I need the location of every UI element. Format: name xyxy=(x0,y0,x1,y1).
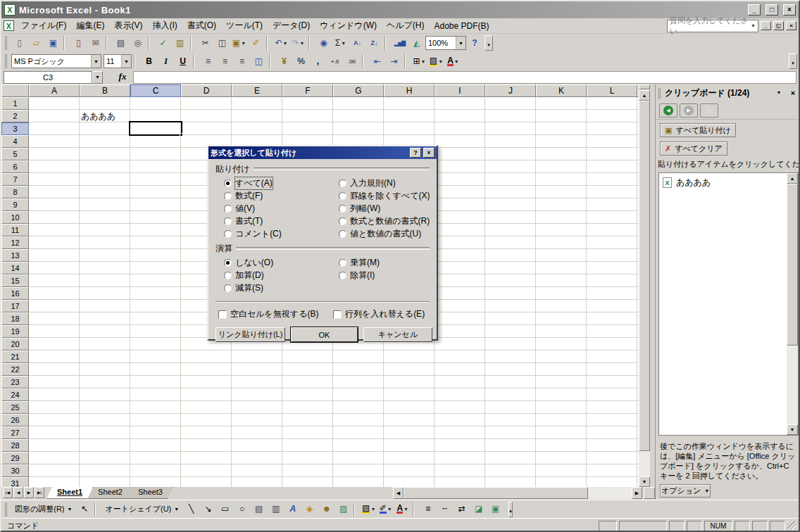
autosum-icon[interactable]: Σ ▼ xyxy=(332,35,349,51)
rectangle-icon[interactable]: ▭ xyxy=(217,502,233,517)
scroll-right-icon[interactable]: ▶ xyxy=(632,487,642,499)
sort-descending-icon[interactable]: Z↓ xyxy=(366,35,382,51)
column-widths-radio[interactable]: 列幅(W) xyxy=(339,202,430,215)
row-header-29[interactable]: 29 xyxy=(1,452,29,464)
radio-icon[interactable] xyxy=(339,179,346,187)
fill-handle[interactable] xyxy=(180,133,183,137)
workbook-close-button[interactable]: × xyxy=(786,21,796,30)
increase-indent-icon[interactable]: ⇥ xyxy=(386,53,402,69)
row-header-7[interactable]: 7 xyxy=(1,173,29,186)
list-scroll-thumb[interactable] xyxy=(787,184,798,346)
forward-button[interactable]: ▶ xyxy=(680,103,698,118)
prev-sheet-button[interactable]: ◀ xyxy=(13,487,23,498)
row-header-16[interactable]: 16 xyxy=(1,287,29,300)
row-header-15[interactable]: 15 xyxy=(1,274,29,287)
col-header-L[interactable]: L xyxy=(587,84,637,97)
radio-icon[interactable] xyxy=(339,230,346,238)
row-header-30[interactable]: 30 xyxy=(1,464,29,477)
drawing-icon[interactable]: ◭ xyxy=(408,35,425,51)
scroll-up-icon[interactable]: ▲ xyxy=(639,90,650,101)
menu-data[interactable]: データ(D) xyxy=(268,18,315,34)
menu-window[interactable]: ウィンドウ(W) xyxy=(315,18,382,34)
row-header-20[interactable]: 20 xyxy=(1,338,29,350)
zoom-combo[interactable]: 100% ▼ xyxy=(425,36,466,50)
shadow-style-icon[interactable]: ◪ xyxy=(470,502,487,517)
row-header-4[interactable]: 4 xyxy=(1,135,29,148)
bold-icon[interactable]: B xyxy=(141,53,157,69)
row-header-18[interactable]: 18 xyxy=(1,312,29,325)
merge-center-icon[interactable]: ◫ xyxy=(251,53,267,69)
row-header-1[interactable]: 1 xyxy=(1,97,29,110)
col-header-H[interactable]: H xyxy=(384,84,435,97)
operation-none-radio[interactable]: しない(O) xyxy=(224,256,339,269)
row-header-17[interactable]: 17 xyxy=(1,300,29,312)
menu-view[interactable]: 表示(V) xyxy=(109,18,147,34)
col-header-I[interactable]: I xyxy=(435,84,485,97)
line-style-icon[interactable]: ≡ xyxy=(420,502,436,517)
chevron-down-icon[interactable]: ▼ xyxy=(456,37,465,49)
list-scrollbar[interactable]: ▲ ▼ xyxy=(787,173,798,435)
row-header-22[interactable]: 22 xyxy=(1,363,29,376)
row-header-12[interactable]: 12 xyxy=(1,236,29,249)
align-left-icon[interactable]: ≡ xyxy=(200,53,216,69)
radio-icon[interactable] xyxy=(224,259,232,267)
save-icon[interactable]: ▣ xyxy=(45,35,61,51)
question-input[interactable]: 質問を入力してください ▼ xyxy=(667,20,758,32)
shape-line-color-icon[interactable]: ✐ ▼ xyxy=(377,502,394,517)
row-header-8[interactable]: 8 xyxy=(1,186,29,198)
row-header-28[interactable]: 28 xyxy=(1,439,29,452)
dialog-title-bar[interactable]: 形式を選択して貼り付け ? × xyxy=(208,146,437,159)
resize-grip[interactable] xyxy=(787,521,796,531)
toolbar-options-icon[interactable]: ▾ xyxy=(508,502,513,517)
align-center-icon[interactable]: ≡ xyxy=(217,53,233,69)
radio-icon[interactable] xyxy=(339,205,346,213)
dialog-close-icon[interactable]: × xyxy=(423,148,435,158)
workbook-minimize-button[interactable]: _ xyxy=(761,21,771,30)
row-header-27[interactable]: 27 xyxy=(1,426,29,439)
radio-icon[interactable] xyxy=(224,272,232,279)
dash-style-icon[interactable]: ╌ xyxy=(437,502,453,517)
print-icon[interactable]: ▤ xyxy=(113,35,129,51)
vertical-scroll-track[interactable] xyxy=(639,451,650,476)
arrow-icon[interactable]: ↘ xyxy=(200,502,216,517)
tab-sheet1[interactable]: Sheet1 xyxy=(46,487,93,499)
help-icon[interactable]: ? xyxy=(467,35,482,51)
radio-icon[interactable] xyxy=(224,230,232,238)
checkbox-icon[interactable] xyxy=(333,310,342,319)
home-button[interactable]: ⌂ xyxy=(700,103,718,118)
row-header-21[interactable]: 21 xyxy=(1,350,29,363)
name-box[interactable]: C3 xyxy=(4,71,92,84)
menu-help[interactable]: ヘルプ(H) xyxy=(382,18,430,34)
menu-adobe-pdf[interactable]: Adobe PDF(B) xyxy=(429,19,494,33)
shape-fill-color-icon[interactable]: ▧ ▼ xyxy=(361,502,377,517)
format-painter-icon[interactable]: ✐ xyxy=(248,35,264,51)
validation-radio[interactable]: 入力規則(N) xyxy=(339,177,430,189)
radio-icon[interactable] xyxy=(339,272,346,279)
skip-blanks-checkbox[interactable]: 空白セルを無視する(B) xyxy=(218,308,333,320)
diagram-icon[interactable]: ◈ xyxy=(301,502,318,517)
toolbar-options-icon[interactable]: ▾ xyxy=(789,53,797,69)
picture-icon[interactable]: ▨ xyxy=(335,502,351,517)
shape-font-color-icon[interactable]: A ▼ xyxy=(394,502,411,517)
checkbox-icon[interactable] xyxy=(218,310,227,319)
formulas-radio[interactable]: 数式(F) xyxy=(224,189,339,202)
cell-b2-text[interactable]: ああああ xyxy=(81,110,115,122)
toolbar-grip[interactable] xyxy=(5,54,8,68)
toolbar-grip[interactable] xyxy=(5,502,8,517)
values-radio[interactable]: 値(V) xyxy=(224,202,339,215)
cut-icon[interactable]: ✂ xyxy=(197,35,213,51)
menu-tools[interactable]: ツール(T) xyxy=(221,18,268,34)
row-header-25[interactable]: 25 xyxy=(1,401,29,414)
menu-insert[interactable]: 挿入(I) xyxy=(147,18,182,34)
row-header-26[interactable]: 26 xyxy=(1,414,29,426)
scroll-left-icon[interactable]: ◀ xyxy=(393,487,404,499)
menu-file[interactable]: ファイル(F) xyxy=(16,18,71,34)
radio-icon[interactable] xyxy=(339,192,346,200)
chevron-down-icon[interactable]: ▼ xyxy=(121,55,131,68)
permission-icon[interactable]: ▯ xyxy=(70,35,87,51)
three-d-style-icon[interactable]: ▣ xyxy=(487,502,504,517)
redo-icon[interactable]: ↷ ▼ xyxy=(290,35,306,51)
hyperlink-icon[interactable]: ◉ xyxy=(315,35,332,51)
radio-icon[interactable] xyxy=(224,217,232,225)
wordart-icon[interactable]: A xyxy=(285,502,301,517)
